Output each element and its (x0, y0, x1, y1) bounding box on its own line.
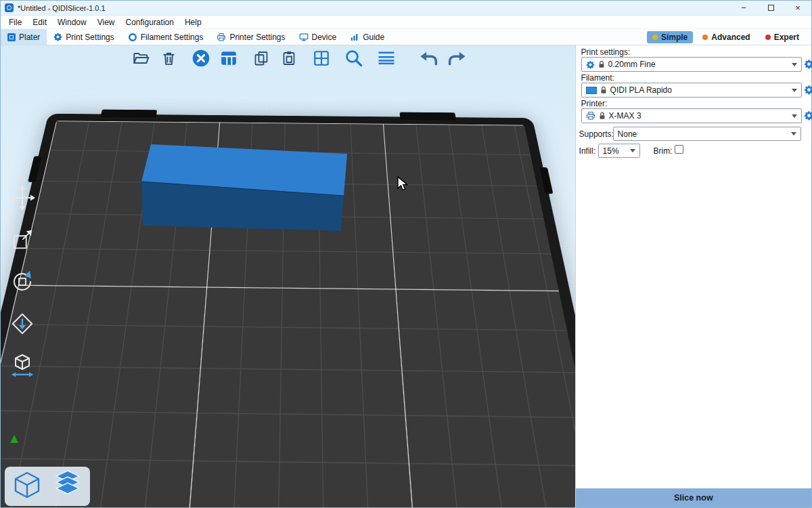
tab-device-label: Device (312, 33, 337, 42)
place-on-face-icon (9, 311, 35, 337)
tab-guide-label: Guide (363, 33, 384, 42)
mode-expert-label: Expert (774, 33, 799, 42)
menu-item-window[interactable]: Window (52, 17, 92, 28)
infill-label: Infill: (579, 146, 596, 156)
arrange-button[interactable] (219, 48, 239, 68)
infill-value: 15% (603, 146, 619, 156)
chevron-down-icon (630, 149, 635, 152)
tab-plater-label: Plater (19, 33, 40, 42)
gizmo-toolbar (7, 183, 37, 381)
filament-value: QIDI PLA Rapido (610, 85, 672, 95)
monitor-icon (299, 33, 309, 42)
measure-button[interactable] (7, 351, 37, 381)
chevron-down-icon (792, 114, 797, 118)
minimize-button[interactable]: − (730, 1, 757, 15)
copy-button[interactable] (251, 48, 271, 68)
printer-value: X-MAX 3 (609, 111, 641, 121)
variable-layer-height-button[interactable] (376, 48, 397, 68)
delete-all-button[interactable] (191, 48, 211, 68)
rotate-icon (9, 268, 36, 295)
tab-plater[interactable]: Plater (1, 29, 47, 45)
search-icon (344, 48, 364, 68)
rotate-button[interactable] (7, 267, 37, 297)
layers-preview-icon (52, 469, 83, 501)
3d-viewport[interactable] (1, 45, 575, 507)
trash-icon (160, 50, 177, 67)
print-settings-gear-button[interactable] (804, 59, 812, 69)
bed-clip (28, 156, 42, 182)
filament-color-swatch (586, 87, 597, 94)
model-box[interactable] (141, 144, 347, 231)
printer-gear-button[interactable] (804, 110, 812, 121)
3d-view-button[interactable] (12, 469, 43, 503)
brim-checkbox[interactable] (675, 145, 683, 154)
printer-icon (586, 111, 595, 121)
print-settings-combo[interactable]: 0.20mm Fine (581, 57, 802, 72)
print-settings-label: Print settings: (581, 47, 631, 57)
simple-mode-dot-icon (652, 35, 658, 40)
tab-printer-settings[interactable]: Printer Settings (210, 29, 292, 45)
supports-combo[interactable]: None (613, 127, 801, 141)
open-folder-icon (132, 49, 150, 67)
maximize-button[interactable] (757, 1, 784, 15)
filament-gear-button[interactable] (804, 85, 812, 95)
undo-button[interactable] (419, 48, 439, 68)
menu-item-help[interactable]: Help (179, 17, 207, 28)
delete-all-icon (191, 49, 210, 68)
layers-preview-button[interactable] (52, 469, 83, 503)
menu-item-file[interactable]: File (3, 17, 27, 28)
printer-combo[interactable]: X-MAX 3 (581, 108, 802, 123)
tab-device[interactable]: Device (292, 29, 344, 45)
tab-bar: Plater Print Settings Filament Settings … (1, 29, 811, 45)
filament-spool-icon (128, 33, 137, 42)
plater-icon (7, 33, 16, 41)
advanced-mode-dot-icon (702, 35, 708, 40)
bars-icon (350, 33, 359, 42)
search-button[interactable] (344, 48, 364, 68)
window-title: *Untitled - QIDISlicer-1.0.1 (18, 4, 106, 12)
tab-print-settings[interactable]: Print Settings (47, 29, 120, 45)
menu-item-configuration[interactable]: Configuration (120, 17, 179, 28)
infill-combo[interactable]: 15% (598, 144, 640, 158)
place-on-face-button[interactable] (7, 309, 37, 339)
mouse-cursor (397, 176, 409, 191)
move-icon (9, 184, 36, 211)
mode-expert[interactable]: Expert (760, 31, 805, 43)
mode-simple-label: Simple (661, 33, 687, 42)
move-button[interactable] (7, 183, 37, 213)
app-window: *Untitled - QIDISlicer-1.0.1 − × File Ed… (0, 0, 812, 508)
paste-button[interactable] (279, 48, 299, 68)
tab-guide[interactable]: Guide (343, 29, 391, 45)
print-settings-value: 0.20mm Fine (608, 60, 656, 69)
close-button[interactable]: × (784, 1, 811, 15)
redo-button[interactable] (447, 48, 467, 68)
mode-advanced-label: Advanced (711, 33, 750, 42)
gear-icon (53, 33, 62, 41)
app-logo-icon (5, 3, 14, 12)
slice-now-button[interactable]: Slice now (576, 488, 811, 507)
tab-filament-settings-label: Filament Settings (141, 33, 204, 42)
gear-icon (586, 60, 595, 69)
title-bar: *Untitled - QIDISlicer-1.0.1 − × (1, 1, 811, 16)
scale-icon (9, 227, 35, 253)
tab-filament-settings[interactable]: Filament Settings (121, 29, 210, 45)
lock-icon (599, 112, 606, 120)
window-controls: − × (730, 1, 811, 15)
arrange-icon (220, 49, 238, 67)
printer-icon (217, 33, 226, 42)
filament-combo[interactable]: QIDI PLA Rapido (581, 83, 802, 98)
delete-button[interactable] (158, 48, 179, 68)
menu-item-view[interactable]: View (92, 17, 120, 28)
split-button[interactable] (311, 48, 332, 68)
bed-axis-marker (9, 434, 20, 445)
mode-advanced[interactable]: Advanced (697, 31, 755, 43)
bed-clip (101, 110, 158, 118)
menu-item-edit[interactable]: Edit (27, 17, 52, 28)
copy-icon (253, 50, 269, 66)
scale-button[interactable] (7, 225, 37, 255)
expert-mode-dot-icon (765, 35, 771, 40)
mode-simple[interactable]: Simple (647, 31, 693, 43)
split-icon (313, 49, 330, 67)
maximize-icon (768, 5, 774, 11)
open-folder-button[interactable] (131, 48, 151, 68)
